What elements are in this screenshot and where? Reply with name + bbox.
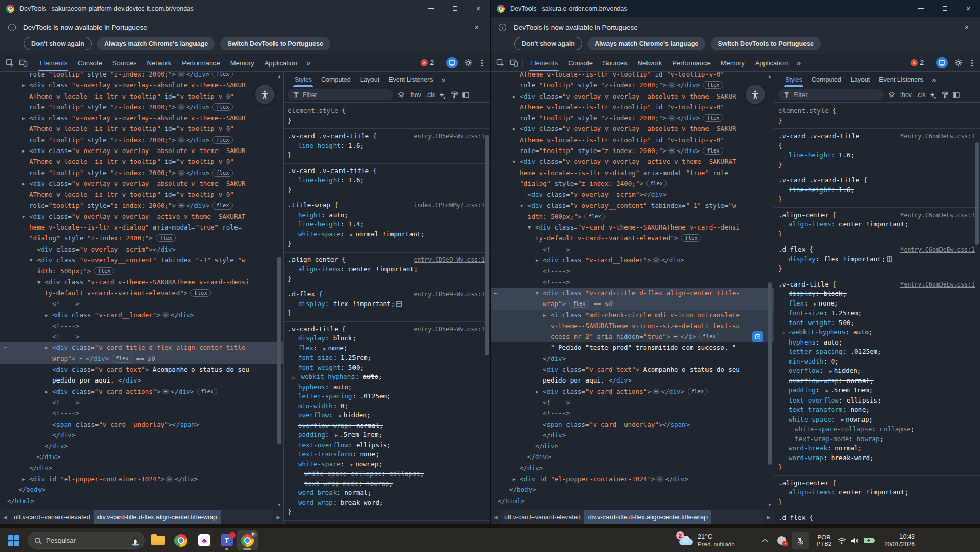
styles-scrollbar[interactable] [973, 104, 979, 524]
flex-badge[interactable]: flex [646, 180, 667, 187]
css-property[interactable]: overflow-wrap: normal; [288, 421, 485, 431]
flex-badge[interactable]: flex [703, 147, 723, 155]
dom-tree-node[interactable]: </div> [0, 430, 283, 441]
dom-tree-node[interactable]: ⋯▼<div class="v-card-title d-flex align-… [491, 288, 774, 298]
tab-network[interactable]: Network [633, 54, 668, 71]
sidebar-tab-styles[interactable]: Styles [290, 72, 317, 87]
infobar-close-button[interactable]: × [472, 23, 482, 31]
css-property[interactable]: hyphens: auto; [288, 383, 485, 392]
file-explorer-icon[interactable] [148, 530, 168, 550]
css-property[interactable]: white-space-collapse: collapse; [778, 425, 975, 434]
expand-arrow-icon[interactable]: ▼ [536, 288, 538, 299]
css-property[interactable]: align-items: center !important; [288, 264, 485, 274]
battery-charging-icon[interactable] [863, 528, 875, 552]
dom-tree-node[interactable]: </div> [491, 430, 774, 441]
toggle-hov[interactable]: :hov [900, 91, 912, 99]
dom-tree-node[interactable]: role="tooltip" style="z-index: 2000;">⋯<… [0, 135, 283, 145]
new-style-rule-button[interactable]: +▾ [440, 90, 446, 99]
dom-tree-node[interactable]: role="tooltip" style="z-index: 2000;">⋯<… [0, 102, 283, 112]
css-rule[interactable]: *entry.C6omDeEw.css:1.align-center {alig… [774, 208, 980, 243]
expand-arrow-icon[interactable]: ▼ [37, 277, 40, 288]
dom-tree-node[interactable]: idth: 500px;">flex [0, 265, 283, 276]
css-rule[interactable]: entry.CD5e9-Wv.css:1.align-center {align… [284, 253, 490, 288]
expand-inline-button[interactable]: ⋯ [162, 312, 169, 318]
shorthand-arrow-icon[interactable]: ▶ [339, 413, 341, 418]
dom-tree-node[interactable]: ▶<div class="v-overlay v-overlay--absolu… [0, 178, 283, 189]
device-toolbar-icon[interactable] [16, 56, 30, 69]
dom-tree-node[interactable]: </div> [491, 353, 774, 364]
shorthand-arrow-icon[interactable]: ▼ [350, 462, 353, 467]
dom-tree-node[interactable]: ATheme v-locale--is-ltr v-tooltip" id="v… [0, 189, 283, 200]
css-property[interactable]: line-height: 1.6; [288, 176, 485, 185]
scrollbar-thumb[interactable] [768, 282, 772, 465]
tab-console[interactable]: Console [563, 54, 598, 71]
css-source-link[interactable]: entry.CD5e9-Wv.css:1 [414, 290, 485, 299]
scrollbar-thumb[interactable] [975, 142, 979, 245]
flex-badge[interactable]: flex [212, 169, 232, 177]
css-property[interactable]: overflow-wrap: normal; [778, 376, 975, 386]
css-property[interactable]: ⚠-webkit-hyphens: auto; [288, 372, 485, 383]
scrollbar-thumb[interactable] [277, 257, 281, 444]
tab-elements[interactable]: Elements [34, 54, 72, 71]
dom-tree-node[interactable]: ▶<div id="el-popper-container-1024">⋯</d… [0, 473, 283, 484]
dom-tree-node[interactable]: <span class="v-card__underlay"></span> [0, 419, 283, 430]
css-property[interactable]: display: flex !important; [778, 523, 975, 524]
error-badge[interactable]: ×2 [421, 59, 434, 66]
maximize-button[interactable] [933, 0, 956, 17]
expand-inline-button[interactable]: ⋯ [178, 170, 185, 176]
expand-arrow-icon[interactable]: ▶ [45, 310, 48, 321]
devtools-cast-button[interactable] [936, 57, 948, 68]
minimize-button[interactable] [419, 0, 443, 17]
css-property[interactable]: line-height: 1.6; [288, 141, 485, 151]
css-rule[interactable]: entry.CD5e9-Wv.css:1.v-card .v-card-titl… [284, 129, 490, 164]
expand-arrow-icon[interactable]: ▶ [22, 113, 25, 124]
toggle-hov[interactable]: :hov [409, 91, 421, 99]
wifi-tray-icon[interactable] [837, 528, 847, 552]
css-property[interactable]: overflow: ▶hidden; [288, 411, 485, 421]
dom-tree-node[interactable]: </html> [491, 496, 774, 506]
expand-inline-button[interactable]: ⋯ [653, 389, 660, 394]
expand-arrow-icon[interactable]: ▶ [513, 91, 515, 102]
flex-badge[interactable]: flex [197, 388, 217, 395]
css-rule[interactable]: *entry.C6omDeEw.css:1.v-card-title {disp… [774, 277, 980, 476]
flex-badge[interactable]: flex [681, 234, 701, 242]
dom-tree-node[interactable]: <!----> [491, 397, 774, 408]
css-property[interactable]: display: flex !important; [778, 255, 975, 264]
infobar-button[interactable]: Switch DevTools to Portuguese [711, 37, 821, 50]
dom-tree-node[interactable]: heme v-locale--is-ltr v-dialog" aria-mod… [0, 222, 283, 233]
accessibility-tree-button[interactable] [255, 85, 275, 104]
css-property[interactable]: text-transform: none; [778, 405, 975, 415]
dom-tree-node[interactable]: ▼<div class="v-overlay__content" tabinde… [491, 200, 774, 211]
dom-tree-node[interactable]: ccess mr-2" aria-hidden="true">⋯</i>flex [491, 331, 774, 342]
start-button[interactable] [8, 528, 19, 552]
flex-badge[interactable]: flex [584, 213, 604, 220]
infobar-button[interactable]: Don't show again [514, 37, 582, 50]
chrome-icon[interactable] [170, 530, 191, 550]
expand-arrow-icon[interactable]: ▶ [536, 255, 538, 266]
breadcrumb-item[interactable]: div.v-card-title.d-flex.align-center.tit… [584, 510, 711, 524]
sidebar-tab-styles[interactable]: Styles [780, 72, 807, 87]
css-property[interactable]: text-overflow: ellipsis; [288, 441, 485, 450]
dom-tree-node[interactable]: </div> [0, 451, 283, 462]
dom-tree-node[interactable]: </div> [491, 441, 774, 451]
expand-arrow-icon[interactable]: ▶ [22, 179, 25, 189]
dom-tree-node[interactable]: <div class="v-overlay__scrim"></div> [491, 189, 774, 200]
scrollbar-thumb[interactable] [485, 135, 489, 355]
css-property[interactable]: white-space: ▼nowrap; [288, 460, 485, 470]
dom-tree-node[interactable]: ▼<div class="v-card v-theme--SAKURATheme… [491, 222, 774, 233]
css-rule[interactable]: entry.CD5e9-Wv.css:1.d-flex {display: fl… [284, 287, 490, 322]
css-rule[interactable]: .v-card .v-card-title {line-height: 1.6;… [284, 164, 490, 199]
css-property[interactable]: line-height: 1.6; [778, 150, 975, 160]
css-rule[interactable]: element.style {} [774, 104, 980, 129]
css-rule[interactable]: .d-flex {display: flex !important;} [774, 510, 980, 524]
scroll-down-icon[interactable]: ▼ [766, 502, 773, 509]
taskbar-search-input[interactable]: Pesquisar [28, 532, 145, 549]
css-property[interactable]: font-weight: 500; [288, 363, 485, 373]
dom-tree-node[interactable]: <!----> [491, 277, 774, 288]
expand-inline-button[interactable]: ⋯ [178, 137, 185, 143]
tab-elements[interactable]: Elements [525, 54, 563, 71]
expand-arrow-icon[interactable]: ▶ [536, 387, 538, 397]
css-rule[interactable]: *entry.C6omDeEw.css:1.d-flex {display: f… [774, 242, 980, 277]
dom-tree-node[interactable]: ATheme v-locale--is-ltr v-tooltip" id="v… [491, 135, 774, 145]
css-property[interactable]: flex: ▶none; [778, 299, 975, 309]
